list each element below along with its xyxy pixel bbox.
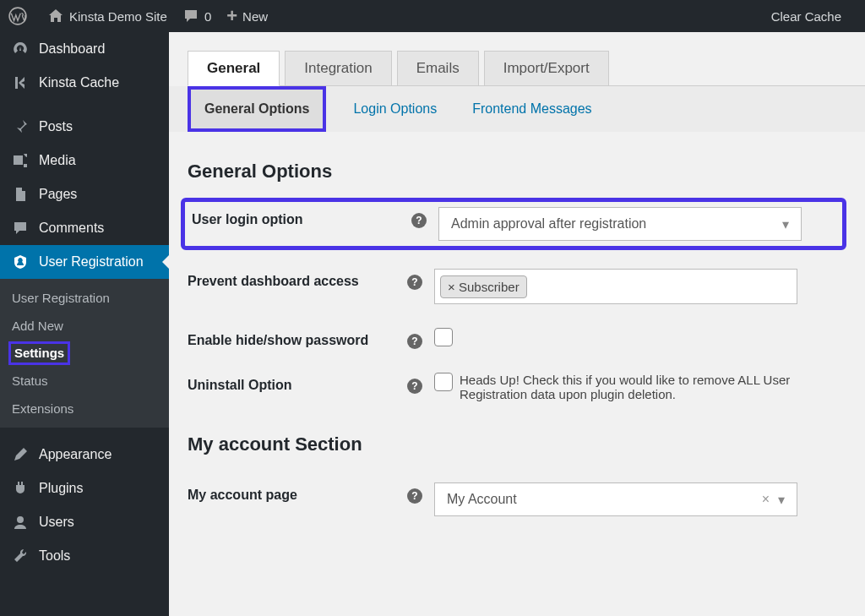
- plugins-icon: [10, 480, 30, 497]
- secondary-tabs: General Options Login Options Frontend M…: [169, 86, 865, 132]
- uninstall-description: Heads Up! Check this if you would like t…: [460, 373, 846, 401]
- menu-media[interactable]: Media: [0, 144, 169, 177]
- section-title-general: General Options: [188, 161, 846, 183]
- label-hide-show-password: Enable hide/show password: [188, 328, 407, 348]
- menu-label: Tools: [39, 548, 70, 564]
- submenu-extensions[interactable]: Extensions: [0, 395, 169, 422]
- kinsta-icon: [10, 74, 30, 91]
- pages-icon: [10, 186, 30, 203]
- adminbar: Kinsta Demo Site 0 + New Clear Cache: [0, 0, 865, 32]
- menu-label: User Registration: [39, 254, 144, 270]
- menu-label: Comments: [39, 221, 104, 236]
- select-my-account-page[interactable]: My Account × ▾: [434, 482, 797, 516]
- menu-posts[interactable]: Posts: [0, 110, 169, 144]
- wp-logo[interactable]: [8, 7, 32, 25]
- submenu-add-new[interactable]: Add New: [0, 312, 169, 340]
- select-user-login-option[interactable]: Admin approval after registration ▾: [438, 207, 802, 241]
- menu-label: Kinsta Cache: [39, 75, 119, 90]
- new-label: New: [242, 9, 268, 24]
- help-icon[interactable]: ?: [407, 379, 422, 394]
- menu-label: Pages: [39, 187, 77, 202]
- menu-tools[interactable]: Tools: [0, 539, 169, 573]
- caret-down-icon: ▾: [782, 216, 789, 232]
- form-area: General Options User login option ? Admi…: [169, 132, 865, 537]
- menu-plugins[interactable]: Plugins: [0, 472, 169, 505]
- menu-label: Appearance: [39, 447, 112, 462]
- comments-link[interactable]: 0: [182, 8, 211, 25]
- menu-comments[interactable]: Comments: [0, 211, 169, 245]
- subtab-login-options[interactable]: Login Options: [345, 86, 445, 132]
- menu-label: Dashboard: [39, 41, 105, 57]
- submenu-user-registration: User Registration Add New Settings Statu…: [0, 279, 169, 428]
- primary-tabs: General Integration Emails Import/Export: [188, 51, 865, 86]
- menu-appearance[interactable]: Appearance: [0, 438, 169, 472]
- menu-dashboard[interactable]: Dashboard: [0, 32, 169, 66]
- tab-import-export[interactable]: Import/Export: [484, 51, 609, 85]
- tab-integration[interactable]: Integration: [285, 51, 391, 85]
- submenu-settings-wrap: Settings: [0, 340, 169, 367]
- content-area: General Integration Emails Import/Export…: [169, 32, 865, 616]
- help-icon[interactable]: ?: [407, 334, 422, 349]
- subtab-frontend-messages[interactable]: Frontend Messages: [464, 86, 600, 132]
- new-link[interactable]: + New: [226, 5, 268, 27]
- pin-icon: [10, 118, 30, 135]
- checkbox-hide-show-password[interactable]: [434, 328, 453, 346]
- label-prevent-dashboard: Prevent dashboard access: [188, 269, 407, 289]
- menu-kinsta-cache[interactable]: Kinsta Cache: [0, 66, 169, 100]
- checkbox-uninstall[interactable]: [434, 373, 453, 391]
- select-value: Admin approval after registration: [451, 216, 646, 232]
- section-title-my-account: My account Section: [188, 433, 846, 455]
- users-icon: [10, 514, 30, 531]
- menu-pages[interactable]: Pages: [0, 177, 169, 211]
- clear-icon[interactable]: ×: [762, 492, 770, 507]
- submenu-settings[interactable]: Settings: [14, 344, 64, 362]
- menu-label: Media: [39, 153, 76, 168]
- highlight-user-login-option: User login option ? Admin approval after…: [181, 198, 846, 250]
- site-name-text: Kinsta Demo Site: [69, 9, 167, 24]
- site-name-link[interactable]: Kinsta Demo Site: [47, 8, 167, 25]
- user-registration-icon: [10, 253, 30, 270]
- admin-sidebar: Dashboard Kinsta Cache Posts Media Pages…: [0, 32, 169, 616]
- menu-label: Users: [39, 515, 74, 530]
- tab-emails[interactable]: Emails: [397, 51, 479, 85]
- help-icon[interactable]: ?: [407, 488, 422, 504]
- clear-cache-link[interactable]: Clear Cache: [771, 9, 841, 24]
- menu-users[interactable]: Users: [0, 505, 169, 539]
- tab-general[interactable]: General: [188, 51, 280, 86]
- menu-label: Posts: [39, 119, 73, 134]
- help-icon[interactable]: ?: [407, 275, 422, 290]
- submenu-user-registration-item[interactable]: User Registration: [0, 284, 169, 312]
- submenu-status[interactable]: Status: [0, 367, 169, 395]
- menu-label: Plugins: [39, 481, 83, 496]
- appearance-icon: [10, 446, 30, 463]
- help-icon[interactable]: ?: [411, 213, 427, 228]
- tools-icon: [10, 548, 30, 564]
- dashboard-icon: [10, 41, 30, 57]
- caret-down-icon: ▾: [778, 492, 785, 508]
- label-uninstall-option: Uninstall Option: [188, 373, 407, 393]
- comments-count: 0: [204, 9, 211, 24]
- comment-icon: [10, 220, 30, 237]
- media-icon: [10, 152, 30, 169]
- label-user-login-option: User login option: [192, 207, 411, 227]
- label-my-account-page: My account page: [188, 482, 407, 503]
- tag-subscriber[interactable]: × Subscriber: [440, 275, 527, 298]
- subtab-general-options[interactable]: General Options: [188, 86, 326, 132]
- tagbox-prevent-dashboard[interactable]: × Subscriber: [434, 269, 797, 304]
- select-value: My Account: [447, 492, 517, 507]
- clear-cache-label: Clear Cache: [771, 9, 841, 24]
- menu-user-registration[interactable]: User Registration: [0, 245, 169, 279]
